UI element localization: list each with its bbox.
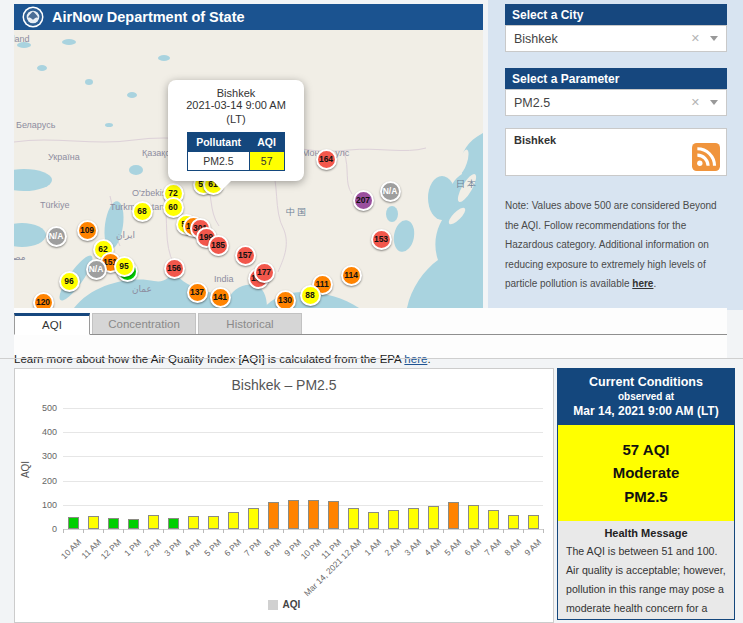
chart-xtick xyxy=(483,529,484,533)
aqi-marker[interactable]: 88 xyxy=(300,285,321,306)
rss-icon[interactable] xyxy=(692,143,720,171)
aqi-marker[interactable]: 153 xyxy=(371,229,392,250)
chart-gridline xyxy=(63,456,543,457)
chart-bar[interactable] xyxy=(528,515,539,529)
clear-parameter-icon[interactable]: ✕ xyxy=(691,96,700,109)
tab-aqi[interactable]: AQI xyxy=(14,313,90,335)
chart-bar[interactable] xyxy=(248,508,259,529)
aqi-chart: Bishkek – PM2.5 AQI AQI 0100200300400500… xyxy=(14,368,554,623)
map-popup: Bishkek 2021-03-14 9:00 AM (LT) Pollutan… xyxy=(168,80,304,181)
chart-legend[interactable]: AQI xyxy=(15,599,553,610)
chart-xtick-label: 4 PM xyxy=(182,537,203,558)
aqi-marker[interactable]: 141 xyxy=(210,287,231,308)
popup-city: Bishkek xyxy=(176,87,296,99)
note-here-link[interactable]: here xyxy=(632,278,653,289)
chevron-down-icon[interactable] xyxy=(710,100,718,109)
chart-bar[interactable] xyxy=(68,517,79,529)
chart-gridline xyxy=(63,481,543,482)
cc-current-aqi-block: 57 AQI Moderate PM2.5 xyxy=(558,425,734,521)
chart-xtick-label: 5 PM xyxy=(202,537,223,558)
chart-bar[interactable] xyxy=(188,516,199,529)
chart-bar[interactable] xyxy=(108,518,119,529)
aqi-marker[interactable]: 114 xyxy=(341,265,362,286)
aqi-marker[interactable]: 156 xyxy=(164,258,185,279)
tab-concentration[interactable]: Concentration xyxy=(92,313,196,334)
aqi-marker[interactable]: 130 xyxy=(275,290,296,309)
chart-bar[interactable] xyxy=(428,506,439,529)
aqi-marker[interactable]: 207 xyxy=(353,190,374,211)
chart-xtick-label: 8 PM xyxy=(262,537,283,558)
map-place-label: Türkiye xyxy=(40,200,70,210)
cc-title: Current Conditions xyxy=(562,375,730,389)
chart-xtick xyxy=(523,529,524,533)
chart-xtick-label: 4 AM xyxy=(422,537,443,558)
map[interactable]: Bishkek 2021-03-14 9:00 AM (LT) Pollutan… xyxy=(14,30,483,308)
cc-pollutant: PM2.5 xyxy=(562,485,730,508)
chart-xtick xyxy=(103,529,104,533)
aqi-marker[interactable]: 164 xyxy=(316,149,337,170)
chart-bar[interactable] xyxy=(208,516,219,529)
chart-xtick xyxy=(63,529,64,533)
chart-bar[interactable] xyxy=(268,502,279,529)
chart-xtick-label: 8 AM xyxy=(502,537,523,558)
aqi-marker[interactable]: N/A xyxy=(46,226,67,247)
aqi-marker[interactable]: 137 xyxy=(187,282,208,303)
clear-city-icon[interactable]: ✕ xyxy=(691,32,700,45)
chart-bar[interactable] xyxy=(148,515,159,529)
chart-xtick xyxy=(263,529,264,533)
aqi-marker[interactable]: 96 xyxy=(59,271,80,292)
aqi-marker[interactable]: 95 xyxy=(114,256,135,277)
parameter-select-value: PM2.5 xyxy=(514,96,550,110)
chart-xtick-label: 3 AM xyxy=(402,537,423,558)
city-select[interactable]: Bishkek ✕ xyxy=(505,25,727,52)
aqi-marker[interactable]: 60 xyxy=(163,197,184,218)
aqi-marker[interactable]: 185 xyxy=(208,235,229,256)
chart-bar[interactable] xyxy=(128,519,139,529)
chart-xtick-label: 3 PM xyxy=(162,537,183,558)
cc-aqi-value: 57 AQI xyxy=(562,438,730,461)
aqi-marker[interactable]: 109 xyxy=(77,220,98,241)
chart-bar[interactable] xyxy=(508,515,519,529)
aqi-marker[interactable]: N/A xyxy=(380,181,401,202)
legend-swatch xyxy=(268,600,278,610)
chart-bar[interactable] xyxy=(328,501,339,529)
legend-label: AQI xyxy=(283,599,301,610)
chart-bar[interactable] xyxy=(488,510,499,529)
aqi-marker[interactable]: 157 xyxy=(235,245,256,266)
current-conditions-header: Current Conditions observed at Mar 14, 2… xyxy=(558,369,734,425)
chart-xtick-label: 10 AM xyxy=(59,537,83,561)
select-city-header: Select a City xyxy=(505,4,727,25)
map-place-label: India xyxy=(214,274,234,284)
chart-bar[interactable] xyxy=(228,512,239,529)
chart-bar[interactable] xyxy=(348,508,359,529)
chart-bar[interactable] xyxy=(168,518,179,529)
map-place-label: عمان xyxy=(132,284,152,294)
beyond-aqi-note: Note: Values above 500 are considered Be… xyxy=(505,196,729,294)
tabs-area: AQI Concentration Historical Learn more … xyxy=(14,308,727,358)
chart-bar[interactable] xyxy=(308,500,319,529)
chart-xtick xyxy=(543,529,544,533)
chart-xtick xyxy=(343,529,344,533)
chart-bar[interactable] xyxy=(468,505,479,529)
chart-bar[interactable] xyxy=(408,508,419,529)
tab-historical[interactable]: Historical xyxy=(198,313,302,334)
chart-title: Bishkek – PM2.5 xyxy=(15,377,553,393)
chevron-down-icon[interactable] xyxy=(710,36,718,45)
map-place-label: Україна xyxy=(48,152,80,162)
chart-xtick xyxy=(443,529,444,533)
aqi-marker[interactable]: 68 xyxy=(132,201,153,222)
map-place-label: Finland xyxy=(14,34,30,44)
app-title: AirNow Department of State xyxy=(52,9,245,25)
aqi-marker[interactable]: N/A xyxy=(86,259,107,280)
parameter-select[interactable]: PM2.5 ✕ xyxy=(505,89,727,116)
chart-bar[interactable] xyxy=(448,502,459,529)
select-parameter-header: Select a Parameter xyxy=(505,68,727,89)
chart-bar[interactable] xyxy=(388,510,399,529)
chart-bar[interactable] xyxy=(88,516,99,529)
chart-xtick xyxy=(123,529,124,533)
chart-bar[interactable] xyxy=(288,500,299,529)
aqi-marker[interactable]: 120 xyxy=(33,292,54,309)
aqi-marker[interactable]: 177 xyxy=(254,262,275,283)
chart-xtick xyxy=(283,529,284,533)
chart-bar[interactable] xyxy=(368,512,379,529)
